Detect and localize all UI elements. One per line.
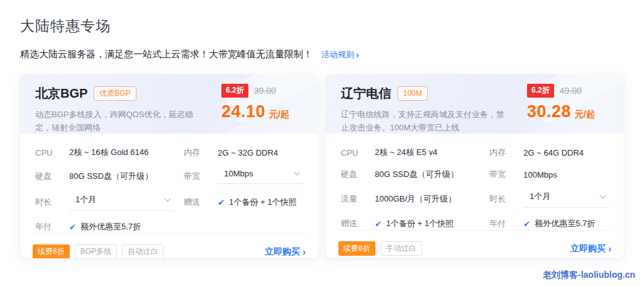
chevron-right-icon: › <box>608 244 611 253</box>
plan-quality-badge: 优质BGP <box>94 86 136 101</box>
check-icon: ✔ <box>523 219 530 229</box>
spec-value: 80G SSD盘（可升级） <box>69 171 153 182</box>
auto-whitelist-tag: 自动过白 <box>122 244 164 258</box>
yearly-discount-check[interactable]: ✔ 额外优惠至5.7折 <box>523 218 595 229</box>
spec-row-yearly: 年付 ✔ 额外优惠至5.7折 <box>489 217 610 230</box>
discount-badge: 6.2折 <box>221 84 248 98</box>
card-footer: 续费8折 BGP多线 自动过白 立即购买 › <box>33 233 306 258</box>
check-icon: ✔ <box>69 222 76 232</box>
spec-row-disk: 硬盘 80G SSD盘（可升级） <box>341 168 480 181</box>
spec-row-memory: 内存 2G ~ 32G DDR4 <box>184 146 304 159</box>
spec-label: 赠送 <box>184 197 218 208</box>
site-watermark: 老刘博客-laoliublog.cn <box>543 270 635 281</box>
page-subtitle: 精选大陆云服务器，满足您一站式上云需求！大带宽峰值无流量限制！ <box>20 49 313 60</box>
price-unit: 元/起 <box>269 109 289 120</box>
spec-row-disk: 硬盘 80G SSD盘（可升级） <box>35 170 175 183</box>
spec-row-bandwidth: 带宽 100Mbps <box>489 168 610 181</box>
plan-title: 北京BGP <box>35 85 87 102</box>
spec-label: CPU <box>341 148 375 157</box>
subtitle-row: 精选大陆云服务器，满足您一站式上云需求！大带宽峰值无流量限制！ 活动规则 › <box>20 49 624 60</box>
current-price: 24.10 <box>221 102 265 122</box>
spec-row-duration: 时长 1个月 <box>35 193 175 211</box>
buy-now-label: 立即购买 <box>265 246 300 258</box>
gift-check[interactable]: ✔ 1个备份 + 1个快照 <box>218 197 296 208</box>
plan-cards-row: 北京BGP 优质BGP 动态BGP多线接入，跨网QOS优化，延迟稳定，辐射全国网… <box>20 74 624 258</box>
buy-now-label: 立即购买 <box>570 243 606 255</box>
duration-select[interactable]: 1个月 <box>523 190 610 208</box>
renewal-discount-tag: 续费8折 <box>33 244 70 258</box>
card-footer: 续费8折 手动过白 立即购买 › <box>338 230 611 258</box>
spec-value: 1000GB/月（可升级） <box>375 193 456 205</box>
spec-row-gift: 赠送 ✔ 1个备份 + 1个快照 <box>184 196 304 209</box>
promo-page: 大陆特惠专场 精选大陆云服务器，满足您一站式上云需求！大带宽峰值无流量限制！ 活… <box>0 0 644 258</box>
spec-label: 赠送 <box>341 218 375 229</box>
spec-value: 2G ~ 32G DDR4 <box>218 148 278 157</box>
plan-description: 辽宁电信线路，支持正规商城及支付业务，禁止攻击业务。100M大带宽已上线 <box>341 108 511 134</box>
spec-row-memory: 内存 2G ~ 64G DDR4 <box>489 146 610 159</box>
select-value: 10Mbps <box>224 169 253 178</box>
chevron-down-icon <box>600 192 606 198</box>
spec-row-empty <box>184 220 304 233</box>
spec-table: CPU 2核 ~ 16核 Gold 6146 内存 2G ~ 32G DDR4 … <box>20 134 318 233</box>
renewal-discount-tag: 续费8折 <box>338 241 375 256</box>
plan-card-beijing-bgp: 北京BGP 优质BGP 动态BGP多线接入，跨网QOS优化，延迟稳定，辐射全国网… <box>20 74 318 258</box>
spec-row-cpu: CPU 2核 ~ 24核 E5 v4 <box>341 146 480 159</box>
original-price: 39.00 <box>254 86 276 96</box>
card-header: 辽宁电信 100M 辽宁电信线路，支持正规商城及支付业务，禁止攻击业务。100M… <box>326 74 624 134</box>
price-block: 6.2折 39.00 24.10 元/起 <box>221 84 304 122</box>
duration-select[interactable]: 1个月 <box>69 193 175 211</box>
select-value: 1个月 <box>530 191 550 202</box>
spec-label: 流量 <box>341 193 375 205</box>
rules-link-label: 活动规则 <box>321 49 354 60</box>
chevron-right-icon: › <box>303 247 306 256</box>
spec-table: CPU 2核 ~ 24核 E5 v4 内存 2G ~ 64G DDR4 硬盘 8… <box>326 134 624 230</box>
bandwidth-select[interactable]: 10Mbps <box>218 168 304 184</box>
gift-check[interactable]: ✔ 1个备份 + 1个快照 <box>375 218 453 229</box>
spec-value: 100Mbps <box>523 170 557 180</box>
original-price: 49.00 <box>560 86 582 96</box>
spec-label: 时长 <box>489 193 523 205</box>
select-value: 1个月 <box>75 194 96 205</box>
check-value: 1个备份 + 1个快照 <box>386 218 453 229</box>
check-value: 额外优惠至5.7折 <box>80 221 141 232</box>
buy-now-link[interactable]: 立即购买 › <box>265 246 306 258</box>
plan-quality-badge: 100M <box>397 86 428 101</box>
chevron-right-icon: › <box>356 50 359 59</box>
bgp-multiline-tag: BGP多线 <box>75 244 117 258</box>
check-value: 额外优惠至5.7折 <box>535 218 595 229</box>
spec-value: 2核 ~ 24核 E5 v4 <box>375 147 437 158</box>
activity-rules-link[interactable]: 活动规则 › <box>321 49 359 60</box>
price-block: 6.2折 49.00 30.28 元/起 <box>527 84 610 122</box>
spec-row-yearly: 年付 ✔ 额外优惠至5.7折 <box>35 220 175 233</box>
buy-now-link[interactable]: 立即购买 › <box>570 243 611 255</box>
discount-badge: 6.2折 <box>527 84 554 98</box>
spec-label: 时长 <box>35 197 69 208</box>
check-icon: ✔ <box>218 198 225 207</box>
check-icon: ✔ <box>375 219 382 229</box>
check-value: 1个备份 + 1个快照 <box>229 197 296 208</box>
spec-row-cpu: CPU 2核 ~ 16核 Gold 6146 <box>35 146 175 159</box>
spec-label: 带宽 <box>184 171 218 182</box>
card-header: 北京BGP 优质BGP 动态BGP多线接入，跨网QOS优化，延迟稳定，辐射全国网… <box>20 74 318 134</box>
spec-value: 2核 ~ 16核 Gold 6146 <box>69 147 148 158</box>
spec-row-gift: 赠送 ✔ 1个备份 + 1个快照 <box>341 217 480 230</box>
spec-label: 内存 <box>489 147 523 158</box>
spec-label: 年付 <box>489 218 523 229</box>
chevron-down-icon <box>165 195 171 202</box>
spec-label: 内存 <box>184 147 218 158</box>
feature-tags: 续费8折 BGP多线 自动过白 <box>33 244 164 258</box>
yearly-discount-check[interactable]: ✔ 额外优惠至5.7折 <box>69 221 141 232</box>
spec-value: 80G SSD盘（可升级） <box>375 169 458 180</box>
spec-label: 硬盘 <box>341 169 375 180</box>
spec-label: 带宽 <box>489 169 523 180</box>
spec-label: 年付 <box>35 221 69 232</box>
chevron-down-icon <box>294 169 301 176</box>
plan-card-liaoning-telecom: 辽宁电信 100M 辽宁电信线路，支持正规商城及支付业务，禁止攻击业务。100M… <box>326 74 624 258</box>
price-unit: 元/起 <box>575 109 595 120</box>
spec-label: CPU <box>35 148 69 157</box>
spec-row-bandwidth: 带宽 10Mbps <box>184 168 304 184</box>
plan-title: 辽宁电信 <box>341 85 391 102</box>
manual-whitelist-tag: 手动过白 <box>380 241 422 256</box>
spec-value: 2G ~ 64G DDR4 <box>523 148 584 157</box>
spec-row-duration: 时长 1个月 <box>489 190 610 208</box>
